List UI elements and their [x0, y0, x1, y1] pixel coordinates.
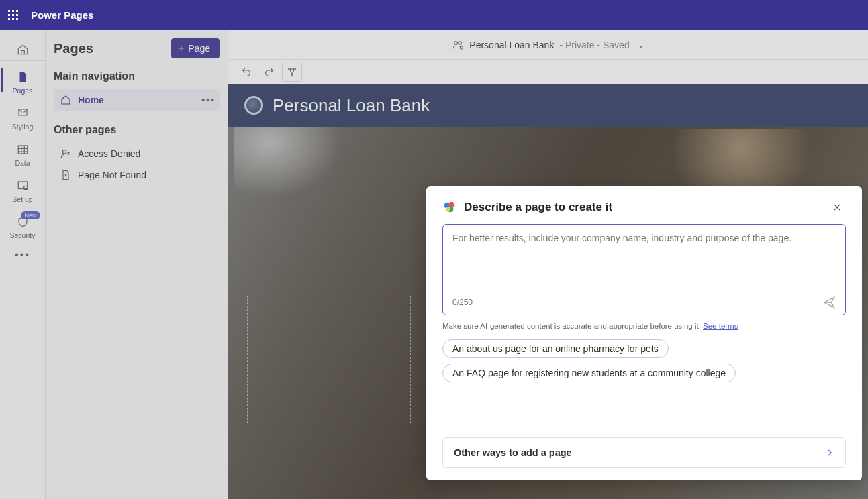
left-panel: Pages + Page Main navigation Home ••• Ot…: [46, 30, 228, 499]
add-page-label: Page: [188, 43, 210, 54]
svg-point-9: [291, 74, 293, 76]
suggestion-chip[interactable]: An FAQ page for registering new students…: [442, 364, 736, 382]
rail-label: Pages: [13, 87, 33, 95]
nav-item-label: Home: [78, 95, 104, 105]
close-button[interactable]: [832, 201, 846, 214]
copilot-title: Describe a page to create it: [464, 201, 612, 214]
rail-item-styling[interactable]: Styling: [1, 101, 44, 137]
site-banner: Personal Loan Bank: [228, 84, 868, 127]
rail-item-setup[interactable]: Set up: [1, 174, 44, 210]
suggestion-list: An about us page for an online pharmacy …: [442, 339, 846, 382]
app-bar: Power Pages: [0, 0, 868, 30]
svg-point-4: [454, 41, 458, 44]
person-denied-icon: [60, 148, 71, 159]
rail-home-button[interactable]: [0, 38, 45, 61]
svg-point-13: [446, 207, 450, 211]
svg-rect-6: [461, 46, 463, 49]
char-counter: 0/250: [452, 298, 473, 307]
rail-more-button[interactable]: •••: [15, 249, 30, 261]
undo-button[interactable]: [236, 62, 256, 82]
add-page-button[interactable]: + Page: [171, 38, 220, 58]
data-icon: [16, 143, 30, 156]
svg-rect-0: [18, 146, 28, 154]
redo-button[interactable]: [259, 62, 279, 82]
nodes-icon: [287, 66, 297, 77]
send-icon: [822, 296, 836, 309]
copilot-panel: Describe a page to create it 0/250 Make …: [426, 186, 862, 480]
redo-icon: [264, 66, 275, 77]
canvas-toolbar: [228, 60, 868, 84]
site-name[interactable]: Personal Loan Bank: [469, 40, 554, 50]
copilot-logo-icon: [442, 200, 457, 215]
rail-label: Security: [10, 231, 36, 239]
home-icon: [17, 44, 29, 56]
ai-disclaimer: Make sure AI-generated content is accura…: [442, 322, 846, 330]
prompt-input-container: 0/250: [442, 224, 846, 315]
rail-item-pages[interactable]: Pages: [1, 65, 44, 101]
send-button[interactable]: [822, 296, 836, 309]
undo-icon: [241, 66, 252, 77]
site-banner-title: Personal Loan Bank: [273, 95, 430, 116]
nav-item-home[interactable]: Home •••: [54, 89, 220, 111]
main-nav-label: Main navigation: [54, 70, 220, 82]
other-ways-button[interactable]: Other ways to add a page: [442, 437, 846, 468]
waffle-icon[interactable]: [8, 10, 19, 21]
plus-icon: +: [178, 44, 184, 53]
nav-item-not-found[interactable]: Page Not Found: [54, 164, 220, 186]
svg-point-8: [294, 68, 296, 70]
rail-label: Data: [15, 159, 30, 167]
svg-point-7: [289, 68, 291, 70]
item-menu-button[interactable]: •••: [201, 95, 215, 105]
connections-button[interactable]: [282, 62, 302, 82]
svg-rect-1: [18, 182, 28, 189]
svg-point-3: [62, 150, 66, 154]
people-lock-icon: [452, 39, 464, 51]
other-pages-label: Other pages: [54, 124, 220, 136]
nav-item-label: Access Denied: [78, 148, 140, 159]
other-ways-label: Other ways to add a page: [454, 447, 572, 458]
page-icon: [16, 70, 30, 84]
panel-title: Pages: [54, 41, 93, 56]
suggestion-chip[interactable]: An about us page for an online pharmacy …: [442, 339, 669, 358]
app-title: Power Pages: [31, 9, 93, 21]
styling-icon: [16, 107, 30, 120]
chevron-down-icon[interactable]: ⌄: [638, 40, 644, 50]
nav-item-access-denied[interactable]: Access Denied: [54, 143, 220, 164]
rail-item-data[interactable]: Data: [1, 137, 44, 174]
svg-point-5: [459, 41, 462, 44]
site-status: - Private - Saved: [559, 40, 629, 50]
site-status-bar: Personal Loan Bank - Private - Saved ⌄: [228, 30, 868, 60]
page-missing-icon: [60, 170, 71, 180]
hero-placeholder-box[interactable]: [247, 296, 411, 423]
site-logo-icon: [244, 96, 263, 115]
rail-label: Set up: [12, 195, 32, 203]
close-icon: [832, 203, 842, 212]
setup-icon: [16, 179, 30, 192]
nav-item-label: Page Not Found: [78, 170, 146, 180]
see-terms-link[interactable]: See terms: [703, 322, 738, 330]
home-icon: [60, 95, 71, 105]
new-badge: New: [21, 211, 40, 219]
rail-item-security[interactable]: New Security: [1, 210, 44, 246]
disclaimer-text: Make sure AI-generated content is accura…: [442, 322, 703, 330]
prompt-input[interactable]: [452, 233, 836, 265]
nav-rail: Pages Styling Data Set up New Security: [0, 30, 46, 499]
chevron-right-icon: [825, 448, 834, 457]
rail-label: Styling: [12, 123, 34, 131]
